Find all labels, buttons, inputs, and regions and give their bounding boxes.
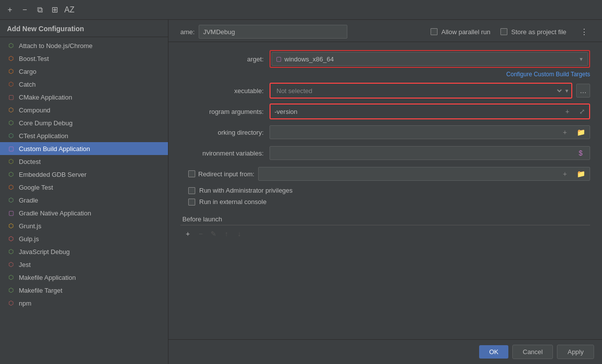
run-external-label: Run in external console	[199, 198, 267, 206]
executable-control: Not selected ▼ …	[270, 83, 590, 99]
name-field: ame:	[180, 25, 347, 39]
sidebar-item-cargo[interactable]: ⬡Cargo	[0, 65, 168, 78]
target-dropdown[interactable]: ▢ windows_x86_64 ▼	[272, 52, 588, 66]
sidebar-item-doctest[interactable]: ⬡Doctest	[0, 155, 168, 168]
env-vars-expand-button[interactable]: $	[574, 146, 588, 160]
config-type-icon: ⬡	[7, 183, 15, 191]
launch-down-button[interactable]: ↓	[234, 228, 245, 239]
program-args-input[interactable]	[271, 104, 559, 118]
config-name-input[interactable]	[199, 25, 347, 39]
sidebar-item-attach-nodejs[interactable]: ⬡Attach to Node.js/Chrome	[0, 39, 168, 52]
redirect-browse-button[interactable]: 📁	[574, 167, 588, 181]
config-type-icon: ⬡	[7, 157, 15, 165]
remove-config-button[interactable]: −	[19, 4, 31, 16]
env-vars-label: nvironment variables:	[180, 150, 270, 157]
allow-parallel-field: Allow parallel run	[431, 28, 491, 36]
sidebar-item-catch[interactable]: ⬡Catch	[0, 78, 168, 91]
more-options-button[interactable]: ⋮	[578, 26, 590, 38]
config-type-label: Doctest	[19, 158, 41, 165]
working-dir-control-outer: + 📁	[270, 125, 590, 139]
apply-button[interactable]: Apply	[557, 345, 594, 359]
redirect-checkbox[interactable]	[188, 170, 195, 177]
down-icon: ↓	[238, 230, 241, 238]
redirect-input[interactable]	[261, 170, 556, 178]
sidebar-item-core-dump-debug[interactable]: ⬡Core Dump Debug	[0, 116, 168, 129]
configuration-list: ⬡Attach to Node.js/Chrome⬡Boost.Test⬡Car…	[0, 37, 168, 364]
config-type-label: Attach to Node.js/Chrome	[19, 42, 93, 50]
config-type-label: npm	[19, 300, 31, 307]
executable-dropdown[interactable]: Not selected	[271, 84, 563, 98]
launch-remove-button[interactable]: −	[195, 228, 206, 239]
config-type-icon: ▢	[7, 145, 15, 153]
sidebar-item-gradle[interactable]: ⬡Gradle	[0, 194, 168, 207]
store-as-project-field: Store as project file	[500, 28, 566, 36]
working-dir-add-button[interactable]: +	[558, 125, 572, 139]
add-config-button[interactable]: +	[4, 4, 16, 16]
sidebar-item-makefile-app[interactable]: ⬡Makefile Application	[0, 271, 168, 284]
run-external-checkbox[interactable]	[188, 199, 195, 206]
run-admin-row: Run with Administrator privileges	[180, 187, 590, 194]
launch-up-button[interactable]: ↑	[221, 228, 232, 239]
sort-button[interactable]: AZ	[63, 4, 75, 16]
form-area: arget: ▢ windows_x86_64 ▼ Configure Cu	[168, 42, 602, 339]
config-header-row: ame: Allow parallel run Store as project…	[168, 20, 602, 42]
store-as-project-checkbox[interactable]	[500, 28, 507, 35]
up-icon: ↑	[225, 230, 228, 238]
sidebar-item-boost-test[interactable]: ⬡Boost.Test	[0, 52, 168, 65]
dropdown-chevron-icon: ▼	[579, 56, 584, 62]
sidebar-item-gulp[interactable]: ⬡Gulp.js	[0, 232, 168, 245]
sidebar-item-cmake-app[interactable]: ▢CMake Application	[0, 91, 168, 104]
env-control: $	[270, 146, 590, 160]
sidebar-item-gradle-native[interactable]: ▢Gradle Native Application	[0, 207, 168, 219]
args-add-button[interactable]: +	[560, 104, 574, 118]
remove-icon: −	[22, 5, 27, 14]
plus-icon: +	[563, 128, 567, 136]
executable-select-section: Not selected ▼	[270, 83, 572, 99]
sidebar-item-jest[interactable]: ⬡Jest	[0, 258, 168, 271]
target-label: arget:	[180, 55, 270, 63]
before-launch-title: Before launch	[180, 215, 590, 225]
run-admin-checkbox[interactable]	[188, 187, 195, 194]
working-dir-browse-button[interactable]: 📁	[574, 125, 588, 139]
sidebar-item-custom-build-app[interactable]: ▢Custom Build Application	[0, 142, 168, 155]
config-type-label: CMake Application	[19, 94, 72, 101]
env-vars-row: nvironment variables: $	[180, 145, 590, 161]
sidebar-item-js-debug[interactable]: ⬡JavaScript Debug	[0, 245, 168, 258]
args-expand-button[interactable]: ⤢	[575, 104, 589, 118]
right-panel: ame: Allow parallel run Store as project…	[168, 20, 602, 364]
config-type-label: Gradle Native Application	[19, 209, 91, 217]
program-args-row: rogram arguments: + ⤢	[180, 104, 590, 119]
config-type-label: CTest Application	[19, 132, 68, 140]
sidebar-item-compound[interactable]: ⬡Compound	[0, 104, 168, 116]
template-button[interactable]: ⊞	[49, 4, 60, 16]
cancel-button[interactable]: Cancel	[512, 345, 553, 359]
sidebar-panel: Add New Configuration ⬡Attach to Node.js…	[0, 20, 168, 364]
launch-add-button[interactable]: +	[182, 228, 193, 239]
config-type-label: Core Dump Debug	[19, 119, 72, 127]
sidebar-item-makefile-target[interactable]: ⬡Makefile Target	[0, 284, 168, 297]
allow-parallel-checkbox[interactable]	[431, 28, 438, 35]
config-type-label: Grunt.js	[19, 222, 42, 230]
sidebar-item-npm[interactable]: ⬡npm	[0, 297, 168, 310]
sidebar-item-ctest-app[interactable]: ⬡CTest Application	[0, 129, 168, 142]
config-type-label: Gulp.js	[19, 235, 39, 243]
working-dir-input[interactable]	[272, 129, 556, 136]
sidebar-item-embedded-gdb[interactable]: ⬡Embedded GDB Server	[0, 168, 168, 181]
executable-browse-button[interactable]: …	[576, 84, 590, 98]
config-type-icon: ⬡	[7, 42, 15, 50]
ellipsis-icon: …	[580, 87, 587, 95]
launch-edit-button[interactable]: ✎	[208, 228, 219, 239]
config-type-icon: ▢	[7, 209, 15, 217]
sidebar-item-google-test[interactable]: ⬡Google Test	[0, 181, 168, 194]
copy-config-button[interactable]: ⧉	[34, 4, 46, 16]
configure-custom-targets-link[interactable]: Configure Custom Build Targets	[506, 71, 590, 78]
env-vars-input[interactable]	[272, 150, 572, 157]
target-dropdown-icon: ▢	[276, 55, 281, 62]
config-type-label: Google Test	[19, 184, 53, 191]
working-dir-control: + 📁	[270, 125, 590, 139]
redirect-add-button[interactable]: +	[558, 167, 572, 181]
bottom-bar: OK Cancel Apply	[168, 339, 602, 364]
sidebar-item-grunt[interactable]: ⬡Grunt.js	[0, 219, 168, 232]
env-vars-control-outer: $	[270, 146, 590, 160]
ok-button[interactable]: OK	[479, 345, 508, 359]
